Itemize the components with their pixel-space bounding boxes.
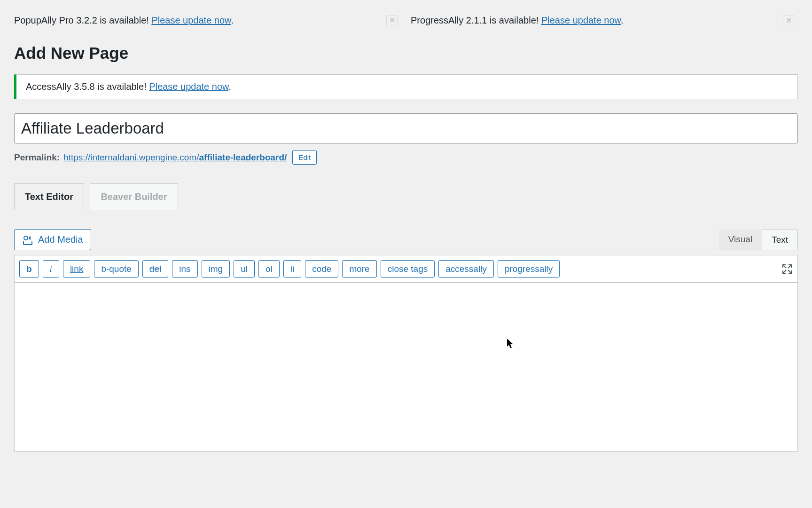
notice-popupally: PopupAlly Pro 3.2.2 is available! Please… [14, 13, 401, 27]
notice-text: ProgressAlly 2.1.1 is available! [411, 15, 541, 25]
quicktag-ul[interactable]: ul [234, 260, 255, 278]
media-icon [22, 235, 33, 245]
permalink-label: Permalink: [14, 152, 60, 163]
edit-permalink-button[interactable]: Edit [292, 150, 317, 165]
add-media-button[interactable]: Add Media [14, 229, 91, 250]
tab-text-editor[interactable]: Text Editor [14, 183, 84, 210]
quicktag-i[interactable]: i [43, 260, 59, 278]
quicktag-b[interactable]: b [19, 260, 39, 278]
quicktag-more[interactable]: more [342, 260, 376, 278]
quicktag-link[interactable]: link [63, 260, 91, 278]
content-editor[interactable] [14, 282, 798, 452]
permalink-row: Permalink: https://internaldani.wpengine… [14, 150, 798, 165]
page-title-input[interactable] [14, 113, 798, 143]
quicktag-ol[interactable]: ol [258, 260, 280, 278]
notice-text: AccessAlly 3.5.8 is available! [26, 81, 149, 92]
quicktag-close-tags[interactable]: close tags [381, 260, 435, 278]
quicktag-li[interactable]: li [283, 260, 301, 278]
tab-text[interactable]: Text [762, 230, 798, 250]
update-link[interactable]: Please update now [151, 15, 231, 25]
tab-visual[interactable]: Visual [719, 230, 762, 250]
quicktag-img[interactable]: img [202, 260, 230, 278]
notice-progressally: ProgressAlly 2.1.1 is available! Please … [411, 13, 798, 27]
quicktag-code[interactable]: code [305, 260, 338, 278]
page-heading: Add New Page [14, 44, 798, 63]
close-icon[interactable]: ✕ [783, 15, 794, 26]
notice-accessally: AccessAlly 3.5.8 is available! Please up… [14, 74, 798, 99]
notice-text: PopupAlly Pro 3.2.2 is available! [14, 15, 151, 25]
quicktag-b-quote[interactable]: b-quote [94, 260, 138, 278]
quicktag-accessally[interactable]: accessally [438, 260, 494, 278]
update-link[interactable]: Please update now [541, 15, 621, 25]
quicktags-toolbar: bilinkb-quotedelinsimgulollicodemoreclos… [14, 255, 798, 282]
fullscreen-icon[interactable] [781, 263, 793, 275]
close-icon[interactable]: ✕ [386, 15, 398, 26]
tab-beaver-builder[interactable]: Beaver Builder [90, 183, 178, 210]
quicktag-del[interactable]: del [142, 260, 168, 278]
update-link[interactable]: Please update now [149, 81, 228, 92]
editor-mode-tabs: Text Editor Beaver Builder [14, 183, 798, 210]
quicktag-ins[interactable]: ins [172, 260, 197, 278]
svg-point-0 [24, 236, 28, 240]
quicktag-progressally[interactable]: progressally [498, 260, 560, 278]
permalink-link[interactable]: https://internaldani.wpengine.com/affili… [63, 152, 287, 163]
content-mode-tabs: Visual Text [719, 230, 798, 250]
